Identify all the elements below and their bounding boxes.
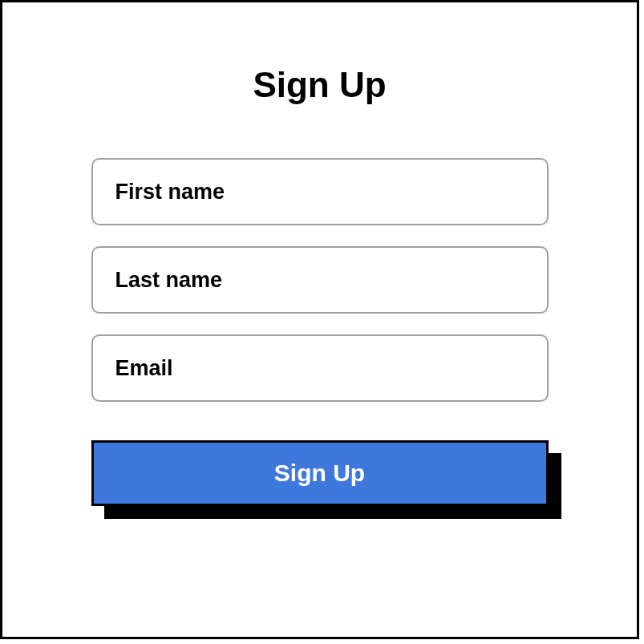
first-name-input[interactable]	[91, 158, 549, 225]
signup-button-label: Sign Up	[274, 460, 365, 487]
signup-form	[91, 158, 549, 402]
page-title: Sign Up	[253, 65, 386, 105]
submit-button-wrap: Sign Up	[91, 440, 549, 506]
email-input[interactable]	[91, 334, 549, 402]
signup-button[interactable]: Sign Up	[91, 440, 549, 506]
last-name-input[interactable]	[91, 246, 549, 314]
signup-card: Sign Up Sign Up	[0, 0, 639, 639]
